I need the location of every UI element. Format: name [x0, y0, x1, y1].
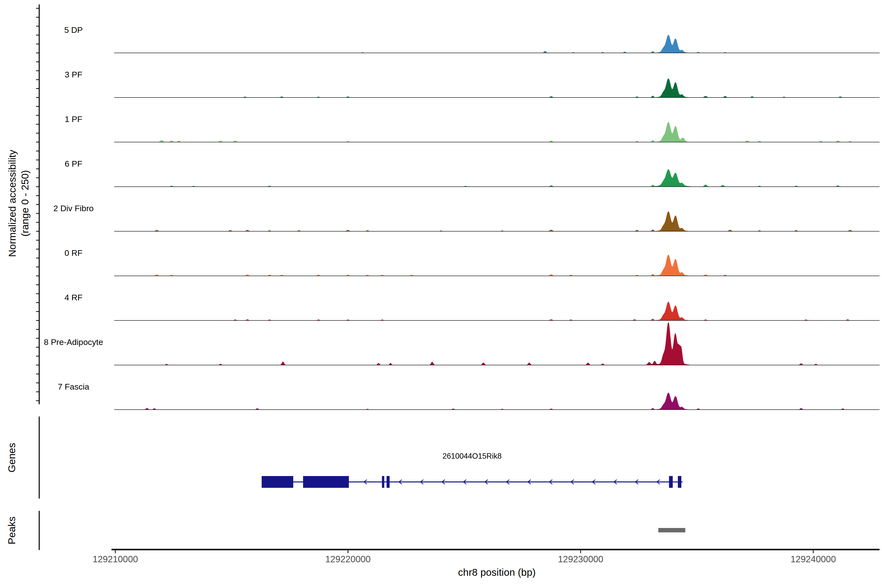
track-label: 1 PF — [64, 114, 82, 124]
signal-track: 4 RF — [64, 293, 879, 321]
track-label: 2 Div Fibro — [53, 204, 94, 213]
x-axis-tick-label: 129230000 — [558, 554, 603, 564]
peaks-section-label: Peaks — [6, 516, 17, 544]
signal-area — [114, 255, 879, 276]
genome-browser-figure: 5 DP3 PF1 PF6 PF2 Div Fibro0 RF4 RF8 Pre… — [0, 0, 882, 588]
exon — [262, 476, 293, 488]
track-label: 7 Fascia — [58, 382, 89, 391]
peak-track — [39, 511, 685, 550]
signal-track: 3 PF — [64, 70, 879, 98]
signal-track: 2 Div Fibro — [53, 204, 879, 231]
track-label: 8 Pre-Adipocyte — [44, 338, 103, 346]
signal-area — [114, 35, 879, 53]
x-axis-tick-label: 129240000 — [790, 554, 836, 564]
signal-tracks: 5 DP3 PF1 PF6 PF2 Div Fibro0 RF4 RF8 Pre… — [44, 25, 879, 410]
track-label: 3 PF — [64, 70, 82, 79]
signal-track: 6 PF — [64, 159, 879, 187]
signal-area — [114, 78, 879, 98]
exon — [669, 476, 673, 488]
exon — [382, 476, 384, 488]
peak-region-bar — [658, 528, 685, 532]
signal-track: 7 Fascia — [58, 382, 879, 410]
genes-section-label: Genes — [6, 443, 17, 472]
signal-area — [114, 322, 879, 365]
gene-name-label: 2610044O15Rik8 — [442, 452, 501, 460]
exon — [303, 476, 349, 488]
exon — [678, 476, 681, 488]
signal-track: 1 PF — [64, 114, 879, 142]
x-axis-tick-label: 129210000 — [93, 554, 138, 564]
y-axis — [36, 4, 39, 404]
y-axis-label-line2: (range 0 - 250) — [20, 170, 31, 236]
track-label: 6 PF — [64, 159, 82, 168]
signal-area — [114, 212, 879, 231]
genome-browser-plot: 5 DP3 PF1 PF6 PF2 Div Fibro0 RF4 RF8 Pre… — [0, 0, 882, 588]
signal-area — [114, 302, 879, 321]
signal-area — [114, 122, 879, 142]
gene-model — [262, 476, 682, 488]
signal-track: 0 RF — [64, 248, 879, 276]
gene-track — [39, 417, 682, 499]
x-axis-title: chr8 position (bp) — [458, 567, 536, 578]
y-axis-label-line1: Normalized accessibility — [7, 150, 18, 257]
exon — [387, 476, 390, 488]
track-label: 4 RF — [64, 293, 82, 302]
x-axis: 129210000129220000129230000129240000 — [93, 549, 879, 564]
signal-area — [114, 169, 879, 187]
signal-track: 8 Pre-Adipocyte — [44, 322, 879, 365]
track-label: 0 RF — [64, 248, 82, 258]
signal-track: 5 DP — [64, 25, 879, 53]
signal-area — [114, 393, 879, 410]
track-label: 5 DP — [64, 25, 83, 34]
x-axis-tick-label: 129220000 — [326, 554, 370, 564]
